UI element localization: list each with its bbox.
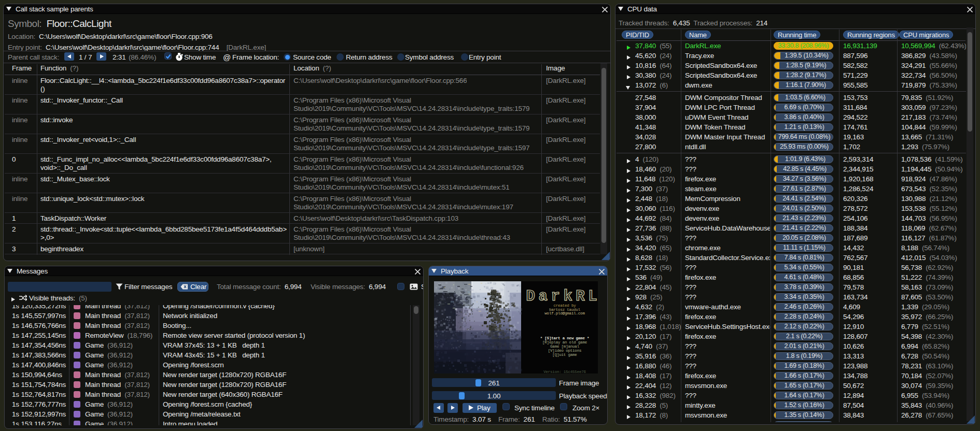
svg-text:Game [m]anual: Game [m]anual xyxy=(550,344,580,349)
svg-text:[V]ideo options: [V]ideo options xyxy=(548,349,582,353)
svg-text:[R]eplay an old game: [R]eplay an old game xyxy=(542,340,587,344)
svg-text:* [S]tart a new game *: * [S]tart a new game * xyxy=(540,336,590,340)
svg-text:Version: 15c455ee76: Version: 15c455ee76 xyxy=(543,370,586,373)
svg-text:created by: created by xyxy=(553,304,576,308)
svg-text:DarkRL: DarkRL xyxy=(526,288,597,305)
svg-text:wolf.pld@gmail.com: wolf.pld@gmail.com xyxy=(544,311,585,315)
svg-text:[Q]uit game: [Q]uit game xyxy=(552,353,577,357)
